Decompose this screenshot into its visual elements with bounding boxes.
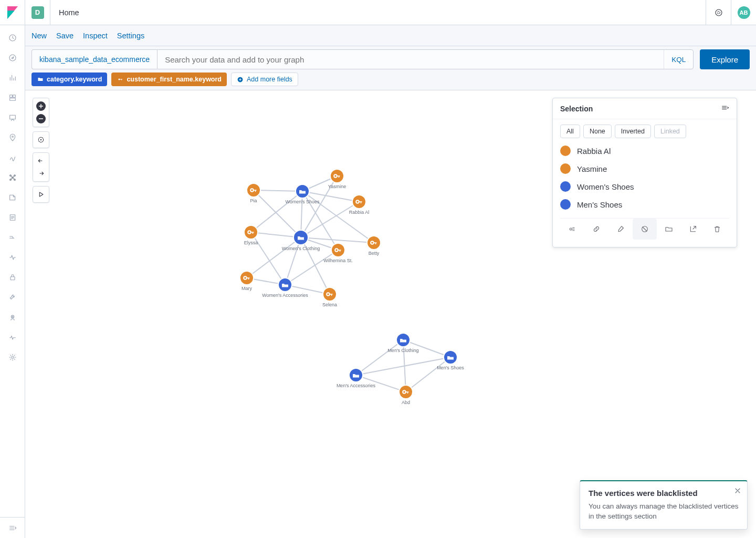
user-menu[interactable]: AB [731, 0, 756, 25]
graph-node-womens_shoes[interactable]: Women's Shoes [285, 184, 320, 204]
menu-settings[interactable]: Settings [117, 32, 144, 40]
link-icon [592, 225, 601, 233]
nav-maps-icon[interactable] [6, 131, 19, 144]
svg-point-3 [717, 11, 720, 14]
graph-node-mens_clothing[interactable]: Men's Clothing [387, 333, 418, 353]
breadcrumb-home[interactable]: Home [50, 8, 88, 17]
search-input[interactable] [158, 55, 664, 64]
selection-item-label: Rabbia Al [577, 147, 611, 156]
select-inverted-button[interactable]: Inverted [615, 125, 651, 138]
nav-siem-icon[interactable] [6, 271, 19, 284]
chip-label: category.keyword [47, 76, 102, 83]
menu-inspect[interactable]: Inspect [83, 32, 108, 40]
expand-node-icon [568, 225, 576, 233]
field-chip-customer[interactable]: customer_first_name.keyword [111, 73, 227, 86]
select-none-button[interactable]: None [583, 125, 612, 138]
nav-visualize-icon[interactable] [6, 71, 19, 84]
node-label: Men's Shoes [437, 365, 464, 370]
kibana-logo-icon [7, 6, 18, 19]
folder-open-icon [665, 225, 673, 233]
color-dot [560, 181, 571, 192]
node-label: Rabbia Al [349, 210, 370, 215]
user-avatar: AB [738, 6, 750, 19]
selection-button-group: All None Inverted Linked [560, 125, 729, 138]
action-expand[interactable] [560, 219, 584, 240]
graph-node-pia[interactable]: Pia [247, 183, 260, 203]
nav-logs-icon[interactable] [6, 211, 19, 224]
svg-marker-1 [7, 11, 14, 19]
selection-title: Selection [560, 105, 593, 113]
graph-edge[interactable] [356, 340, 403, 375]
svg-point-19 [12, 356, 14, 358]
nav-ml-icon[interactable] [6, 151, 19, 164]
graph-node-selena[interactable]: Selena [322, 287, 337, 307]
menu-save[interactable]: Save [56, 32, 74, 40]
action-blacklist[interactable] [633, 219, 657, 240]
add-field-button[interactable]: Add more fields [231, 73, 298, 86]
menu-new[interactable]: New [32, 32, 47, 40]
nav-stack-icon[interactable] [6, 311, 19, 324]
node-label: Pia [250, 198, 257, 203]
search-box: KQL [157, 49, 694, 69]
graph-edge[interactable] [301, 202, 359, 237]
nav-discover-icon[interactable] [6, 51, 19, 64]
nav-metrics-icon[interactable] [6, 191, 19, 204]
selection-list: Rabbia AlYasmineWomen's ShoesMen's Shoes [560, 143, 729, 213]
selection-item[interactable]: Yasmine [560, 163, 729, 174]
selection-item-label: Men's Shoes [577, 200, 622, 209]
toast-close-button[interactable] [733, 487, 742, 496]
export-icon [689, 225, 697, 233]
node-label: Wilhemina St. [323, 258, 353, 263]
select-all-button[interactable]: All [560, 125, 580, 138]
key-icon [117, 76, 123, 83]
nav-management-icon[interactable] [6, 351, 19, 364]
graph-edge[interactable] [254, 190, 301, 237]
graph-node-mary[interactable]: Mary [240, 271, 254, 291]
graph-node-elyssa[interactable]: Elyssa [244, 225, 258, 245]
graph-edge[interactable] [301, 237, 374, 243]
node-label: Men's Accessories [337, 383, 376, 388]
selection-item[interactable]: Rabbia Al [560, 146, 729, 156]
graph-edge[interactable] [251, 191, 302, 232]
news-feed-button[interactable] [706, 0, 731, 25]
field-chip-category[interactable]: category.keyword [32, 73, 107, 86]
graph-node-abd[interactable]: Abd [399, 385, 413, 405]
nav-apm-icon[interactable] [6, 231, 19, 244]
nav-canvas-icon[interactable] [6, 111, 19, 124]
nav-monitoring-icon[interactable] [6, 331, 19, 344]
explore-button[interactable]: Explore [700, 49, 750, 69]
graph-node-betty[interactable]: Betty [367, 236, 381, 256]
nav-graph-icon[interactable] [6, 171, 19, 184]
action-ungroup[interactable] [681, 219, 705, 240]
graph-node-womens_clothing[interactable]: Women's Clothing [282, 230, 320, 251]
nav-collapse-button[interactable] [0, 517, 25, 538]
selection-item[interactable]: Men's Shoes [560, 199, 729, 210]
plus-circle-icon [237, 76, 244, 83]
svg-rect-7 [13, 95, 15, 98]
graph-edge[interactable] [406, 357, 450, 392]
graph-node-yasmine[interactable]: Yasmine [328, 169, 346, 189]
action-link[interactable] [584, 219, 608, 240]
graph-edge[interactable] [285, 250, 338, 285]
panel-expand-button[interactable] [721, 104, 729, 113]
graph-node-rabbia[interactable]: Rabbia Al [349, 195, 370, 215]
space-selector[interactable]: D [25, 0, 50, 25]
expand-icon [721, 104, 729, 112]
action-delete[interactable] [705, 219, 729, 240]
graph-edge[interactable] [356, 357, 450, 375]
kql-toggle[interactable]: KQL [664, 50, 693, 69]
graph-node-mens_accessories[interactable]: Men's Accessories [337, 368, 376, 388]
toast-title: The vertices were blacklisted [589, 489, 739, 498]
graph-canvas[interactable]: Women's ClothingWomen's ShoesWomen's Acc… [25, 90, 756, 538]
action-style[interactable] [608, 219, 633, 240]
nav-dashboard-icon[interactable] [6, 91, 19, 104]
nav-devtools-icon[interactable] [6, 291, 19, 304]
selection-item[interactable]: Women's Shoes [560, 181, 729, 192]
kibana-logo[interactable] [0, 0, 25, 25]
brush-icon [616, 225, 625, 233]
svg-point-20 [118, 79, 120, 80]
nav-recent-icon[interactable] [6, 32, 19, 44]
action-group[interactable] [657, 219, 681, 240]
index-pattern-select[interactable]: kibana_sample_data_ecommerce [32, 49, 157, 69]
nav-uptime-icon[interactable] [6, 251, 19, 264]
